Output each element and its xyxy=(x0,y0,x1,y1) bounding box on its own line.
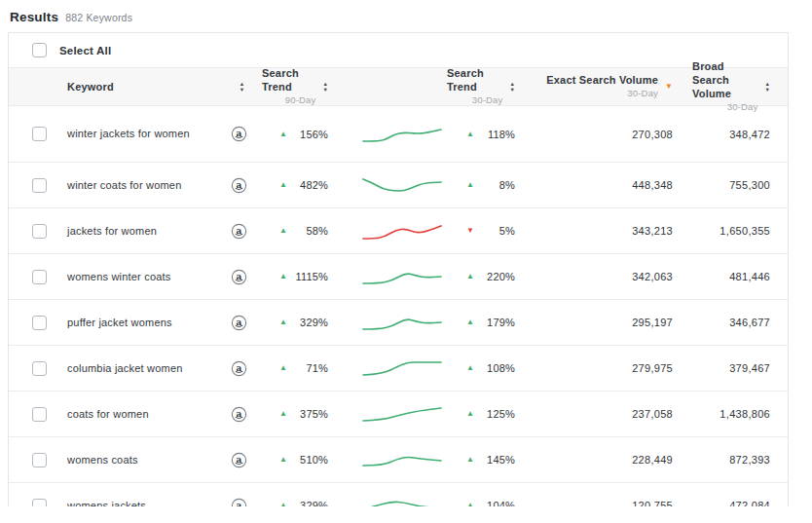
search-trend-sparkline xyxy=(361,172,443,198)
trend-90-value: 71% xyxy=(287,362,328,374)
keyword-column-label: Keyword xyxy=(67,81,114,93)
exact-search-volume-value: 295,197 xyxy=(632,317,673,328)
broad-search-volume-value: 379,467 xyxy=(729,362,770,374)
table-row: winter jackets for women a ▲ 156% ▲ 118%… xyxy=(9,106,788,163)
exact-search-volume-value: 342,063 xyxy=(632,271,673,282)
row-checkbox[interactable] xyxy=(32,499,47,507)
trend90-column-label: Search Trend xyxy=(262,67,316,94)
trend-30-direction-icon: ▲ xyxy=(466,273,474,280)
keyword-text[interactable]: winter jackets for women xyxy=(67,126,190,142)
trend-30-value: 179% xyxy=(474,317,515,328)
trend-90-value: 156% xyxy=(287,129,328,140)
sort-descending-icon[interactable]: ▼ xyxy=(665,83,673,91)
keyword-text[interactable]: jackets for women xyxy=(67,223,157,240)
trend-90-value: 329% xyxy=(287,317,328,328)
svg-text:a: a xyxy=(236,454,241,464)
search-trend-sparkline xyxy=(361,447,443,472)
trend-30-value: 125% xyxy=(474,408,515,420)
amazon-icon: a xyxy=(231,177,247,194)
amazon-icon: a xyxy=(231,126,247,142)
broad-search-volume-value: 755,300 xyxy=(729,179,770,191)
exact-search-volume-value: 237,058 xyxy=(632,408,673,420)
amazon-icon: a xyxy=(231,406,247,423)
header-search-trend-90[interactable]: Search Trend 90-Day ▲▼ xyxy=(262,68,350,105)
trend-30-value: 220% xyxy=(474,271,515,282)
sort-icon[interactable]: ▲▼ xyxy=(240,82,244,93)
trend-90-direction-icon: ▲ xyxy=(279,227,287,235)
row-checkbox[interactable] xyxy=(32,407,47,422)
keyword-text[interactable]: columbia jacket women xyxy=(67,360,183,377)
keyword-text[interactable]: womens winter coats xyxy=(67,269,171,285)
trend-90-direction-icon: ▲ xyxy=(279,181,287,189)
header-checkbox-spacer xyxy=(9,68,55,105)
results-header: Results 882 Keywords xyxy=(10,10,132,24)
header-keyword[interactable]: Keyword xyxy=(55,68,215,105)
header-exact-search-volume[interactable]: Exact Search Volume 30-Day ▼ xyxy=(517,68,692,105)
header-keyword-sort[interactable]: ▲▼ xyxy=(215,68,262,105)
sort-icon[interactable]: ▲▼ xyxy=(323,82,328,93)
row-checkbox[interactable] xyxy=(32,224,47,239)
row-checkbox[interactable] xyxy=(32,453,47,467)
broad-search-volume-value: 481,446 xyxy=(729,271,770,282)
select-all-label: Select All xyxy=(59,45,111,56)
table-row: coats for women a ▲ 375% ▲ 125% 237,058 … xyxy=(9,392,788,437)
header-broad-search-volume[interactable]: Broad Search Volume 30-Day ▲▼ xyxy=(692,68,789,105)
row-checkbox[interactable] xyxy=(32,316,47,330)
trend-30-value: 108% xyxy=(474,362,515,374)
trend-90-direction-icon: ▲ xyxy=(279,502,287,506)
trend-30-direction-icon: ▲ xyxy=(466,456,474,464)
trend-30-value: 118% xyxy=(474,129,515,140)
trend-90-direction-icon: ▲ xyxy=(279,318,287,326)
table-row: womens jackets a ▲ 329% ▲ 104% 120,755 4… xyxy=(9,483,788,506)
svg-text:a: a xyxy=(236,362,241,372)
sort-icon[interactable]: ▲▼ xyxy=(765,82,770,93)
exact-column-label: Exact Search Volume xyxy=(546,74,658,88)
row-checkbox[interactable] xyxy=(32,127,47,141)
table-row: womens coats a ▲ 510% ▲ 145% 228,449 872… xyxy=(9,437,788,483)
search-trend-sparkline xyxy=(361,401,443,427)
row-checkbox[interactable] xyxy=(32,361,47,376)
trend-30-value: 5% xyxy=(474,225,515,237)
broad-search-volume-value: 472,084 xyxy=(729,500,770,506)
trend-90-value: 482% xyxy=(287,179,328,191)
broad-column-label: Broad Search Volume xyxy=(692,60,758,100)
table-row: womens winter coats a ▲ 1115% ▲ 220% 342… xyxy=(9,254,788,300)
header-search-trend-30[interactable]: Search Trend 30-Day ▲▼ xyxy=(447,68,517,105)
trend90-column-sublabel: 90-Day xyxy=(285,94,316,106)
keyword-text[interactable]: coats for women xyxy=(67,406,149,423)
trend-90-value: 329% xyxy=(287,500,328,506)
amazon-icon: a xyxy=(231,498,247,507)
broad-search-volume-value: 346,677 xyxy=(729,317,770,328)
sort-icon[interactable]: ▲▼ xyxy=(510,82,515,93)
broad-search-volume-value: 1,650,355 xyxy=(720,225,770,237)
amazon-icon: a xyxy=(231,452,247,468)
header-sparkline-spacer xyxy=(350,68,447,105)
table-row: winter coats for women a ▲ 482% ▲ 8% 448… xyxy=(9,163,788,208)
select-all-row: Select All xyxy=(9,33,788,67)
exact-search-volume-value: 448,348 xyxy=(632,179,673,191)
keyword-text[interactable]: womens jackets xyxy=(67,498,146,506)
svg-text:a: a xyxy=(236,179,241,189)
keyword-text[interactable]: womens coats xyxy=(67,452,138,468)
svg-text:a: a xyxy=(236,500,241,506)
row-checkbox[interactable] xyxy=(32,178,47,193)
keyword-text[interactable]: winter coats for women xyxy=(67,177,182,194)
trend-30-value: 104% xyxy=(474,500,515,506)
trend-30-direction-icon: ▲ xyxy=(466,181,474,189)
trend-90-value: 58% xyxy=(287,225,328,237)
table-row: jackets for women a ▲ 58% ▼ 5% 343,213 1… xyxy=(9,208,788,254)
svg-text:a: a xyxy=(236,408,241,418)
select-all-checkbox[interactable] xyxy=(32,43,47,57)
trend-90-direction-icon: ▲ xyxy=(279,410,287,418)
results-panel: Select All Keyword ▲▼ Search Trend 90-Da… xyxy=(8,32,789,506)
trend30-column-label: Search Trend xyxy=(447,67,503,94)
keyword-text[interactable]: puffer jacket womens xyxy=(67,315,172,331)
page-title: Results xyxy=(10,10,58,24)
table-row: puffer jacket womens a ▲ 329% ▲ 179% 295… xyxy=(9,300,788,346)
search-trend-sparkline xyxy=(361,493,443,506)
trend-30-value: 8% xyxy=(474,179,515,191)
results-count: 882 Keywords xyxy=(65,12,132,23)
trend-30-direction-icon: ▲ xyxy=(466,131,474,138)
trend-90-direction-icon: ▲ xyxy=(279,364,287,372)
row-checkbox[interactable] xyxy=(32,270,47,284)
